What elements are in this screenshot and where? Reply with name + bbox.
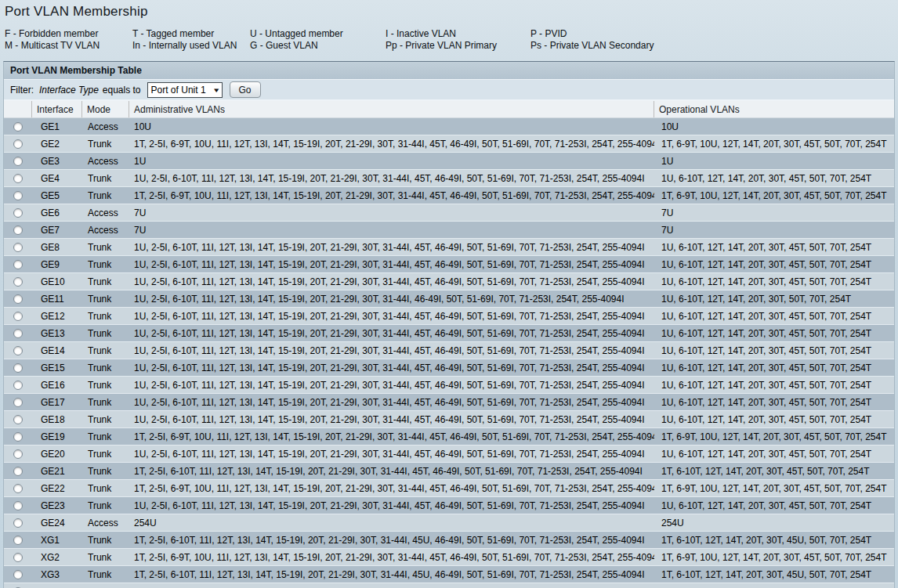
row-select-radio[interactable] [13,467,23,476]
mode-cell: Trunk [82,256,129,272]
filter-field-name: Interface Type [39,85,99,96]
table-row: XG3 Trunk 1T, 2-5I, 6-10T, 11I, 12T, 13I… [4,566,894,583]
interface-cell: GE21 [32,463,82,479]
row-select-radio[interactable] [13,398,23,407]
administrative-vlans-cell: 1U, 2-5I, 6-10T, 11I, 12T, 13I, 14T, 15-… [129,325,654,341]
table-row: GE7 Access 7U 7U [4,222,894,239]
table-row: GE11 Trunk 1U, 2-5I, 6-10T, 11I, 12T, 13… [4,290,894,308]
mode-cell: Trunk [82,463,129,479]
row-select-radio[interactable] [13,363,23,373]
table-row: GE13 Trunk 1U, 2-5I, 6-10T, 11I, 12T, 13… [4,325,894,342]
interface-cell: GE18 [32,411,82,427]
page-title: Port VLAN Membership [5,2,898,20]
row-select-radio[interactable] [13,346,23,355]
row-select-radio[interactable] [13,518,23,528]
administrative-vlans-cell: 1U, 2-5I, 6-10T, 11I, 12T, 13I, 14T, 15-… [129,239,654,255]
row-select-radio[interactable] [13,570,23,579]
operational-vlans-cell: 1T, 6-9T, 10U, 12T, 14T, 20T, 30T, 45T, … [654,549,894,565]
row-select-radio[interactable] [13,260,23,269]
row-select-cell [4,497,32,514]
mode-cell: Trunk [82,428,129,445]
mode-cell: Access [82,222,129,238]
administrative-vlans-cell: 1U, 2-5I, 6-10T, 11I, 12T, 13I, 14T, 15-… [129,411,654,427]
legend-item-inactive: I - Inactive VLAN [386,28,530,40]
row-select-radio[interactable] [13,122,23,132]
table-row: GE1 Access 10U 10U [4,118,894,135]
legend-item-pvid: P - PVID [530,28,898,40]
legend-item-pvlan-primary: Pp - Private VLAN Primary [386,40,530,52]
administrative-vlans-cell: 1T, 2-5I, 6-9T, 10U, 11I, 12T, 13I, 14T,… [129,135,654,152]
row-select-radio[interactable] [13,501,23,510]
table-row: GE10 Trunk 1U, 2-5I, 6-10T, 11I, 12T, 13… [4,273,894,290]
operational-vlans-cell: 1T, 6-9T, 10U, 12T, 14T, 20T, 30T, 45T, … [654,187,894,204]
row-select-radio[interactable] [13,312,23,321]
interface-cell: GE16 [32,377,82,393]
row-select-radio[interactable] [13,277,23,287]
operational-vlans-cell: 1U, 6-10T, 12T, 14T, 20T, 30T, 45T, 50T,… [654,411,894,427]
interface-cell: GE6 [32,204,82,221]
table-row: GE16 Trunk 1U, 2-5I, 6-10T, 11I, 12T, 13… [4,377,894,394]
row-select-radio[interactable] [13,329,23,338]
table-row: GE14 Trunk 1U, 2-5I, 6-10T, 11I, 12T, 13… [4,342,894,359]
mode-column-header: Mode [82,101,129,117]
administrative-vlans-cell: 1U, 2-5I, 6-10T, 11I, 12T, 13I, 14T, 15-… [129,377,654,393]
mode-cell: Trunk [82,239,129,255]
operational-vlans-cell: 1U, 6-10T, 12T, 14T, 20T, 30T, 45T, 50T,… [654,308,894,324]
operational-vlans-cell: 1T, 6-9T, 10U, 12T, 14T, 20T, 30T, 45T, … [654,135,894,152]
mode-cell: Trunk [82,342,129,359]
administrative-vlans-cell: 1U, 2-5I, 6-10T, 11I, 12T, 13I, 14T, 15-… [129,256,654,272]
interface-cell: GE9 [32,256,82,272]
interface-cell: GE2 [32,135,82,152]
row-select-radio[interactable] [13,415,23,424]
operational-vlans-cell: 1U, 6-10T, 12T, 14T, 20T, 30T, 45T, 50T,… [654,497,894,514]
interface-type-select[interactable]: Port of Unit 1 ▾ [147,82,223,98]
administrative-vlans-cell: 1U, 2-5I, 6-10T, 11I, 12T, 13I, 14T, 15-… [129,497,654,514]
legend-item-pvlan-secondary: Ps - Private VLAN Secondary [530,40,898,52]
mode-cell: Trunk [82,308,129,324]
row-select-radio[interactable] [13,157,23,166]
filter-row: Filter: Interface Type equals to Port of… [4,80,894,101]
row-select-cell [4,377,32,393]
interface-type-selected-value: Port of Unit 1 [151,85,206,96]
go-button[interactable]: Go [230,81,261,98]
legend-item-multicast: M - Multicast TV VLAN [5,40,132,52]
row-select-radio[interactable] [13,225,23,235]
legend-item-untagged: U - Untagged member [250,28,386,40]
operational-vlans-cell: 1T, 6-9T, 10U, 12T, 14T, 20T, 30T, 45T, … [654,428,894,445]
interface-cell: GE13 [32,325,82,341]
interface-cell: GE1 [32,118,82,135]
interface-cell: GE19 [32,428,82,445]
mode-cell: Access [82,514,129,531]
mode-cell: Trunk [82,359,129,376]
interface-column-header: Interface [32,101,82,117]
mode-cell: Trunk [82,394,129,410]
interface-cell: GE22 [32,480,82,496]
interface-cell: GE14 [32,342,82,359]
table-row: GE15 Trunk 1U, 2-5I, 6-10T, 11I, 12T, 13… [4,359,894,377]
table-row: GE18 Trunk 1U, 2-5I, 6-10T, 11I, 12T, 13… [4,411,894,428]
row-select-radio[interactable] [13,174,23,183]
operational-vlans-cell: 1U, 6-10T, 12T, 14T, 20T, 30T, 45T, 50T,… [654,170,894,186]
row-select-radio[interactable] [13,208,23,218]
operational-vlans-cell: 10U [654,118,894,135]
table-row: XG2 Trunk 1T, 2-5I, 6-9T, 10U, 11I, 12T,… [4,549,894,566]
row-select-radio[interactable] [13,432,23,442]
row-select-radio[interactable] [13,191,23,200]
table-row: GE24 Access 254U 254U [4,514,894,532]
row-select-cell [4,549,32,565]
row-select-radio[interactable] [13,139,23,149]
mode-cell: Access [82,118,129,135]
administrative-vlans-cell: 1U, 2-5I, 6-10T, 11I, 12T, 13I, 14T, 15-… [129,170,654,186]
row-select-radio[interactable] [13,553,23,562]
interface-cell: GE10 [32,273,82,290]
mode-cell: Trunk [82,377,129,393]
administrative-vlans-cell: 7U [129,204,654,221]
interface-cell: GE4 [32,170,82,186]
row-select-radio[interactable] [13,536,23,545]
row-select-radio[interactable] [13,294,23,304]
row-select-radio[interactable] [13,381,23,390]
mode-cell: Trunk [82,549,129,565]
row-select-radio[interactable] [13,243,23,252]
row-select-radio[interactable] [13,449,23,459]
row-select-radio[interactable] [13,484,23,493]
